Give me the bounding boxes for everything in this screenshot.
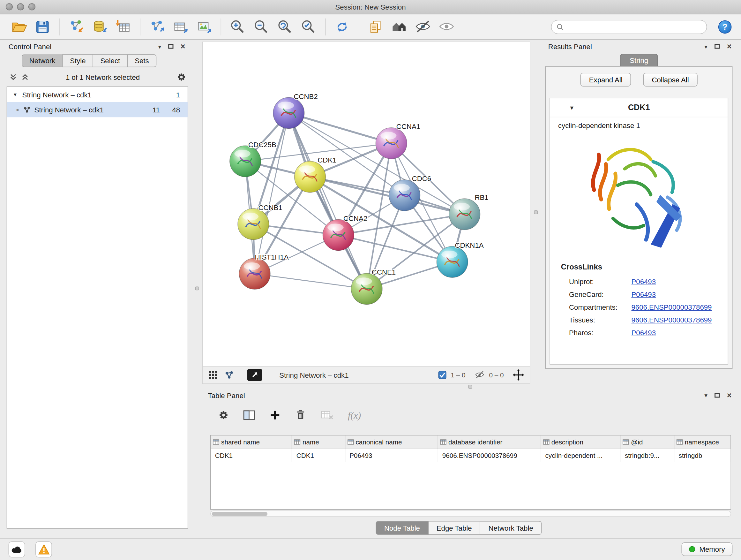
panel-float-icon[interactable]: [715, 393, 720, 398]
zoom-window-button[interactable]: [28, 3, 36, 10]
network-node-ccna1[interactable]: [376, 128, 407, 159]
zoom-out-button[interactable]: [252, 17, 271, 37]
warnings-button[interactable]: [36, 541, 52, 557]
network-edge[interactable]: [255, 273, 367, 289]
gear-icon[interactable]: [177, 72, 186, 82]
column-header-shared-name[interactable]: shared name: [211, 435, 292, 449]
network-node-cdk1[interactable]: [294, 161, 326, 192]
column-header-name[interactable]: name: [292, 435, 345, 449]
network-node-ccne1[interactable]: [351, 273, 382, 305]
network-collection-row[interactable]: ▾ String Network – cdk1 1: [7, 87, 188, 102]
tab-select[interactable]: Select: [93, 54, 127, 67]
right-splitter-handle[interactable]: [534, 210, 538, 214]
network-row-selected[interactable]: ● String Network – cdk1 11 48: [7, 102, 188, 117]
network-node-cdc25b[interactable]: [230, 145, 261, 177]
column-header-database-identifier[interactable]: database identifier: [438, 435, 541, 449]
export-network-button[interactable]: [147, 17, 166, 37]
table-settings-button[interactable]: [218, 410, 229, 421]
scrollbar-thumb[interactable]: [212, 512, 267, 516]
cloud-status-button[interactable]: [9, 541, 25, 557]
table-row[interactable]: CDK1CDK1P064939606.ENSP00000378699cyclin…: [211, 449, 730, 462]
network-node-cdc6[interactable]: [389, 180, 420, 211]
grid-view-button[interactable]: [208, 370, 218, 380]
collapse-all-button[interactable]: Collapse All: [643, 73, 697, 86]
crosslink-link[interactable]: 9606.ENSP00000378699: [631, 303, 712, 311]
search-input[interactable]: [567, 23, 702, 31]
hidden-eye-slash-icon[interactable]: [475, 370, 485, 380]
column-header-namespace[interactable]: namespace: [674, 435, 730, 449]
selected-checkbox-icon[interactable]: [438, 371, 447, 379]
add-column-button[interactable]: [269, 409, 281, 421]
help-button[interactable]: ?: [718, 20, 731, 34]
table-cell[interactable]: CDK1: [211, 449, 292, 462]
search-field[interactable]: [551, 20, 707, 34]
collapse-gene-icon[interactable]: ▼: [569, 105, 575, 111]
collapse-all-icon[interactable]: [21, 73, 29, 81]
tab-sets[interactable]: Sets: [127, 54, 156, 67]
table-cell[interactable]: 9606.ENSP00000378699: [438, 449, 541, 462]
save-session-button[interactable]: [33, 17, 52, 37]
crosslink-link[interactable]: P06493: [631, 277, 656, 286]
minimize-window-button[interactable]: [17, 3, 24, 10]
panel-close-icon[interactable]: ×: [181, 43, 185, 51]
import-network-from-file-button[interactable]: [67, 17, 85, 37]
zoom-selected-button[interactable]: [299, 17, 318, 37]
zoom-in-button[interactable]: [228, 17, 247, 37]
network-node-rb1[interactable]: [449, 199, 480, 230]
network-view[interactable]: CCNB2CCNA1CDC25BCDK1CDC6RB1CCNB1CCNA2CDK…: [202, 42, 530, 384]
panel-float-icon[interactable]: [715, 44, 720, 49]
expand-all-icon[interactable]: [10, 73, 17, 81]
table-cell[interactable]: cyclin-dependent ...: [541, 449, 620, 462]
zoom-fit-button[interactable]: [275, 17, 294, 37]
network-node-ccnb1[interactable]: [238, 208, 269, 240]
network-canvas[interactable]: CCNB2CCNA1CDC25BCDK1CDC6RB1CCNB1CCNA2CDK…: [203, 42, 530, 366]
tab-network[interactable]: Network: [22, 54, 62, 67]
pan-move-icon[interactable]: [513, 369, 524, 381]
collapse-icon[interactable]: ▾: [12, 91, 18, 98]
network-node-hist1h1a[interactable]: [239, 258, 270, 290]
show-graphics-button[interactable]: [437, 17, 456, 37]
tab-network-table[interactable]: Network Table: [480, 521, 542, 535]
network-edge[interactable]: [255, 113, 289, 274]
tab-style[interactable]: Style: [63, 54, 93, 67]
apply-layout-button[interactable]: [333, 17, 352, 37]
network-overview-button[interactable]: [224, 370, 234, 380]
column-header-description[interactable]: description: [541, 435, 620, 449]
export-table-button[interactable]: [171, 17, 190, 37]
memory-button[interactable]: Memory: [681, 543, 732, 556]
panel-close-icon[interactable]: ×: [727, 43, 732, 51]
expand-all-button[interactable]: Expand All: [581, 73, 631, 86]
panel-menu-icon[interactable]: ▾: [158, 44, 161, 50]
export-image-button[interactable]: [195, 17, 213, 37]
table-cell[interactable]: stringdb:9...: [620, 449, 674, 462]
open-session-button[interactable]: [10, 17, 28, 37]
panel-close-icon[interactable]: ×: [727, 391, 732, 399]
import-network-from-database-button[interactable]: [90, 17, 109, 37]
delete-column-button[interactable]: [295, 409, 307, 422]
show-columns-button[interactable]: [243, 409, 255, 421]
crosslink-link[interactable]: 9606.ENSP00000378699: [631, 316, 712, 324]
column-header-canonical-name[interactable]: canonical name: [345, 435, 438, 449]
tab-string[interactable]: String: [620, 54, 658, 67]
table-cell[interactable]: CDK1: [292, 449, 345, 462]
panel-float-icon[interactable]: [168, 44, 173, 49]
import-table-from-file-button[interactable]: [114, 17, 133, 37]
close-window-button[interactable]: [6, 3, 13, 10]
table-cell[interactable]: stringdb: [674, 449, 730, 462]
network-node-ccna2[interactable]: [323, 219, 354, 251]
bottom-splitter-handle[interactable]: [468, 385, 472, 388]
crosslink-link[interactable]: P06493: [631, 328, 656, 336]
tab-edge-table[interactable]: Edge Table: [428, 521, 480, 535]
birdseye-toggle-button[interactable]: [247, 369, 262, 381]
network-node-ccnb2[interactable]: [273, 98, 305, 129]
home-button[interactable]: [390, 17, 409, 37]
network-edge[interactable]: [289, 113, 367, 289]
copy-button[interactable]: [366, 17, 385, 37]
panel-menu-icon[interactable]: ▾: [704, 392, 708, 398]
crosslink-link[interactable]: P06493: [631, 290, 656, 298]
left-splitter-handle[interactable]: [195, 287, 199, 290]
tab-node-table[interactable]: Node Table: [376, 521, 428, 535]
panel-menu-icon[interactable]: ▾: [704, 44, 708, 50]
column-header--id[interactable]: @id: [620, 435, 674, 449]
table-horizontal-scrollbar[interactable]: [210, 510, 731, 516]
